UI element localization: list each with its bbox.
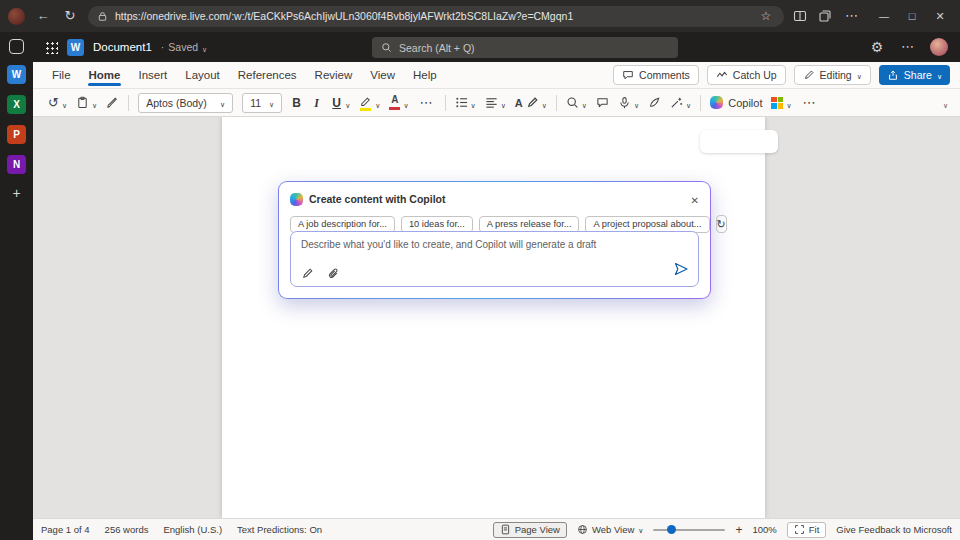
bold-button[interactable]: B <box>291 97 302 109</box>
send-button[interactable] <box>673 261 689 281</box>
chevron-down-icon <box>220 97 225 109</box>
page-count[interactable]: Page 1 of 4 <box>41 524 90 535</box>
address-bar[interactable]: https://onedrive.live.com/:w:/t/EaCKkPs6… <box>88 6 784 27</box>
web-view-button[interactable]: Web View <box>577 524 644 535</box>
app-launcher-icon[interactable] <box>45 41 58 54</box>
search-input[interactable]: Search (Alt + Q) <box>372 37 678 58</box>
tab-references[interactable]: References <box>229 62 306 88</box>
highlight-button[interactable] <box>359 94 380 112</box>
editing-mode-button[interactable]: Editing <box>794 65 871 85</box>
add-app-icon[interactable] <box>12 185 20 201</box>
feedback-link[interactable]: Give Feedback to Microsoft <box>836 524 952 535</box>
comment-icon <box>596 96 609 109</box>
dictate-button[interactable] <box>618 94 639 112</box>
back-icon[interactable] <box>34 7 52 25</box>
comments-button[interactable]: Comments <box>613 65 699 85</box>
collections-icon[interactable] <box>818 9 832 23</box>
refresh-icon[interactable] <box>61 7 79 25</box>
close-icon[interactable] <box>691 190 699 208</box>
collapsed-comments-card[interactable] <box>700 130 778 153</box>
font-name-select[interactable]: Aptos (Body) <box>138 93 233 113</box>
sidebar-item-excel[interactable]: X <box>7 95 26 114</box>
suggestion-chip[interactable]: 10 ideas for... <box>401 216 473 233</box>
favorites-star-icon[interactable] <box>757 7 775 25</box>
m365-app-rail: W X P N <box>0 32 33 540</box>
sidebar-item-onenote[interactable]: N <box>7 155 26 174</box>
tab-review[interactable]: Review <box>306 62 362 88</box>
font-color-button[interactable]: A <box>389 94 408 112</box>
globe-icon <box>577 524 588 535</box>
office-home-icon[interactable] <box>9 39 24 54</box>
sidebar-item-powerpoint[interactable]: P <box>7 125 26 144</box>
search-placeholder: Search (Alt + Q) <box>399 42 475 54</box>
divider <box>445 95 446 111</box>
paste-button[interactable] <box>76 94 97 112</box>
dot-separator: · <box>161 41 165 53</box>
header-more-icon[interactable] <box>899 38 917 56</box>
close-window-icon[interactable] <box>928 7 952 26</box>
page-view-button[interactable]: Page View <box>493 522 567 538</box>
page-view-icon <box>500 524 511 535</box>
copilot-card-title: Create content with Copilot <box>309 193 446 205</box>
refresh-suggestions-icon[interactable] <box>716 215 727 233</box>
settings-gear-icon[interactable] <box>868 38 886 57</box>
font-size-select[interactable]: 11 <box>242 93 282 113</box>
find-button[interactable] <box>566 94 587 112</box>
new-comment-button[interactable] <box>596 96 609 109</box>
fit-button[interactable]: Fit <box>787 522 827 538</box>
text-predictions-status[interactable]: Text Predictions: On <box>237 524 322 535</box>
rewrite-button[interactable] <box>670 94 691 112</box>
highlighter-icon <box>359 94 372 107</box>
catch-up-button[interactable]: Catch Up <box>707 65 786 85</box>
zoom-level[interactable]: 100% <box>752 524 776 535</box>
zoom-slider[interactable] <box>653 529 725 531</box>
copilot-prompt-input[interactable]: Describe what you'd like to create, and … <box>290 231 699 287</box>
paperclip-icon[interactable] <box>327 267 340 280</box>
tab-insert[interactable]: Insert <box>129 62 176 88</box>
zoom-slider-thumb[interactable] <box>667 525 676 534</box>
suggestion-chip[interactable]: A project proposal about... <box>585 216 709 233</box>
toolbar-overflow-icon[interactable] <box>801 94 819 112</box>
word-count[interactable]: 256 words <box>105 524 149 535</box>
maximize-icon[interactable] <box>900 7 924 26</box>
split-screen-icon[interactable] <box>793 9 807 23</box>
copilot-button[interactable]: Copilot <box>710 96 762 109</box>
tab-view[interactable]: View <box>361 62 404 88</box>
tab-help[interactable]: Help <box>404 62 446 88</box>
share-button[interactable]: Share <box>879 65 950 85</box>
zoom-in-icon[interactable] <box>735 523 742 537</box>
user-avatar[interactable] <box>930 38 948 56</box>
chevron-down-icon <box>542 94 547 112</box>
word-logo-icon[interactable]: W <box>67 39 84 56</box>
header-actions <box>868 38 948 57</box>
tab-home[interactable]: Home <box>80 62 130 88</box>
document-title[interactable]: Document1 <box>93 41 152 53</box>
suggestion-chip[interactable]: A press release for... <box>479 216 580 233</box>
sidebar-item-word[interactable]: W <box>7 65 26 84</box>
editor-button[interactable] <box>648 96 661 109</box>
language-status[interactable]: English (U.S.) <box>163 524 222 535</box>
page-view-label: Page View <box>515 524 560 535</box>
suggestion-chip[interactable]: A job description for... <box>290 216 395 233</box>
chevron-down-icon <box>786 94 791 112</box>
more-font-options-icon[interactable] <box>418 94 436 112</box>
alignment-button[interactable] <box>485 94 506 112</box>
save-status[interactable]: · Saved <box>161 38 207 56</box>
bullets-button[interactable] <box>455 94 476 112</box>
styles-button[interactable]: A <box>515 94 547 112</box>
document-page[interactable] <box>222 117 765 518</box>
add-ins-button[interactable] <box>771 94 791 112</box>
chevron-down-icon <box>582 94 587 112</box>
browser-menu-icon[interactable] <box>843 7 861 25</box>
compose-pen-icon[interactable] <box>301 267 314 280</box>
magic-wand-icon <box>670 96 683 109</box>
format-painter-button[interactable] <box>106 96 119 109</box>
collapse-ribbon-icon[interactable] <box>943 94 948 112</box>
italic-button[interactable]: I <box>311 97 322 109</box>
browser-profile-avatar[interactable] <box>8 8 25 25</box>
tab-layout[interactable]: Layout <box>176 62 229 88</box>
undo-button[interactable]: ↺ <box>48 94 67 112</box>
minimize-icon[interactable] <box>872 7 896 26</box>
underline-button[interactable]: U <box>331 94 350 112</box>
tab-file[interactable]: File <box>43 62 80 88</box>
